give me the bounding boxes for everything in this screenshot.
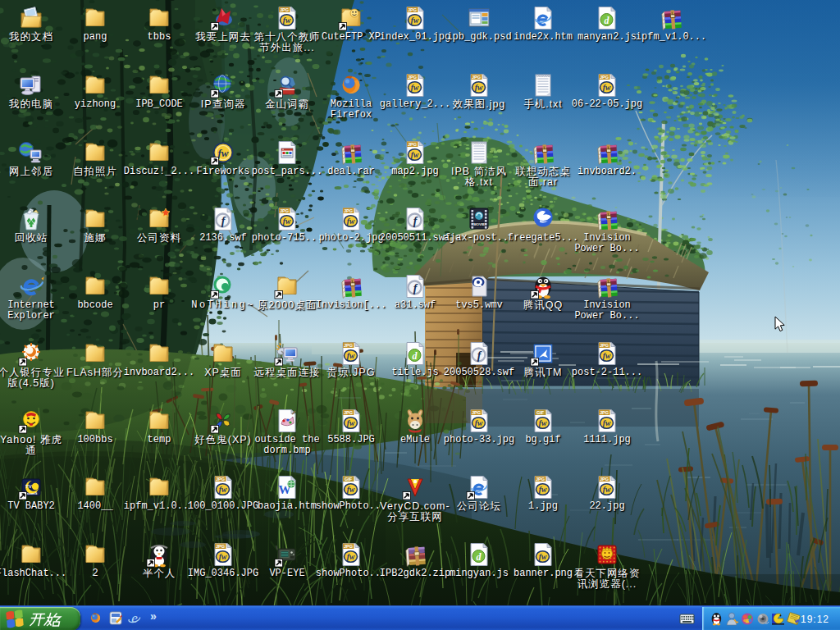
svg-text:»: » xyxy=(150,610,157,623)
svg-text:e: e xyxy=(131,610,138,626)
